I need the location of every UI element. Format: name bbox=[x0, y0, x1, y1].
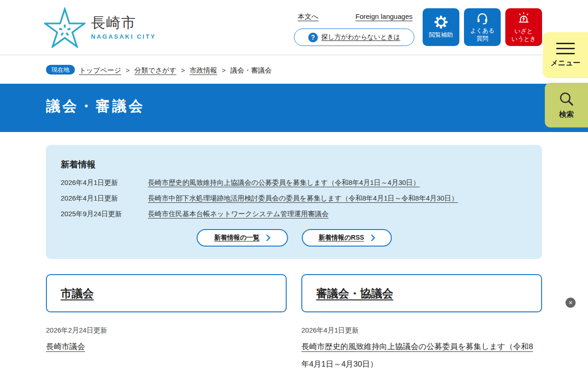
news-rss-button[interactable]: 新着情報のRSS bbox=[302, 229, 392, 247]
news-item-link[interactable]: 長崎市中部下水処理場跡地活用検討委員会の委員を募集します（令和8年4月1日～令和… bbox=[148, 194, 458, 203]
close-button[interactable]: ✕ bbox=[565, 298, 576, 308]
news-list-button-label: 新着情報の一覧 bbox=[214, 234, 259, 242]
help-button[interactable]: ? 探し方がわからないときは bbox=[294, 29, 414, 46]
breadcrumb: トップページ>分類でさがす>市政情報>議会・審議会 bbox=[79, 66, 271, 75]
news-item-link[interactable]: 長崎市住民基本台帳ネットワークシステム管理運用審議会 bbox=[148, 210, 328, 218]
category-latest-link[interactable]: 長崎市歴史的風致維持向上協議会の公募委員を募集します（令和8年4月1日～4月30… bbox=[301, 342, 533, 368]
gear-icon bbox=[434, 15, 448, 29]
site-header: 長崎市 NAGASAKI CITY 本文へ Foreign languages … bbox=[0, 0, 588, 55]
siren-icon bbox=[517, 12, 531, 25]
headset-icon bbox=[476, 12, 489, 25]
chevron-right-icon bbox=[371, 234, 375, 242]
menu-button-label: メニュー bbox=[550, 58, 580, 68]
category-card-councils[interactable]: 審議会・協議会 bbox=[301, 274, 542, 312]
header-divider bbox=[0, 55, 588, 55]
breadcrumb-separator: > bbox=[181, 66, 185, 74]
faq-button[interactable]: よくある 質問 bbox=[464, 8, 501, 46]
category-update-date: 2026年2月24日更新 bbox=[46, 326, 107, 335]
menu-button[interactable]: メニュー bbox=[543, 32, 588, 78]
skip-to-content-link[interactable]: 本文へ bbox=[298, 12, 318, 21]
search-button-label: 検索 bbox=[559, 110, 574, 120]
breadcrumb-separator: > bbox=[222, 66, 226, 74]
category-update-date: 2026年4月1日更新 bbox=[301, 326, 359, 335]
news-item: 2026年4月1日更新 長崎市中部下水処理場跡地活用検討委員会の委員を募集します… bbox=[61, 194, 529, 203]
site-logo[interactable]: 長崎市 NAGASAKI CITY bbox=[44, 7, 156, 48]
foreign-languages-link[interactable]: Foreign languages bbox=[356, 12, 413, 21]
logo-title: 長崎市 bbox=[91, 15, 156, 31]
help-button-label: 探し方がわからないときは bbox=[322, 33, 400, 41]
chevron-right-icon bbox=[266, 234, 271, 242]
news-title: 新着情報 bbox=[61, 159, 96, 171]
breadcrumb-link-city-info[interactable]: 市政情報 bbox=[190, 66, 217, 74]
accessibility-aid-label: 閲覧補助 bbox=[429, 31, 453, 39]
news-rss-button-label: 新着情報のRSS bbox=[318, 234, 364, 242]
search-icon bbox=[558, 91, 575, 107]
news-item: 2026年4月1日更新 長崎市歴史的風致維持向上協議会の公募委員を募集します（令… bbox=[61, 178, 529, 187]
news-panel: 新着情報 2026年4月1日更新 長崎市歴史的風致維持向上協議会の公募委員を募集… bbox=[46, 145, 542, 259]
star-logo-icon bbox=[44, 7, 85, 48]
news-item-date: 2026年4月1日更新 bbox=[61, 194, 148, 203]
hamburger-icon bbox=[556, 43, 575, 54]
page-title: 議会・審議会 bbox=[46, 97, 145, 116]
news-item-link[interactable]: 長崎市歴史的風致維持向上協議会の公募委員を募集します（令和8年4月1日～4月30… bbox=[148, 178, 420, 187]
emergency-button[interactable]: いざと いうとき bbox=[505, 8, 542, 46]
breadcrumb-separator: > bbox=[126, 66, 130, 74]
news-list-button[interactable]: 新着情報の一覧 bbox=[197, 229, 288, 247]
breadcrumb-link-category[interactable]: 分類でさがす bbox=[135, 66, 176, 74]
page: 長崎市 NAGASAKI CITY 本文へ Foreign languages … bbox=[0, 0, 588, 368]
news-item: 2025年9月24日更新 長崎市住民基本台帳ネットワークシステム管理運用審議会 bbox=[61, 210, 529, 218]
breadcrumb-link-home[interactable]: トップページ bbox=[79, 66, 121, 74]
page-title-banner: 議会・審議会 bbox=[0, 84, 588, 132]
news-item-date: 2025年9月24日更新 bbox=[61, 210, 148, 218]
category-card-title: 市議会 bbox=[61, 286, 94, 301]
utility-links: 本文へ Foreign languages bbox=[298, 12, 413, 21]
logo-subtitle: NAGASAKI CITY bbox=[91, 33, 156, 40]
news-item-date: 2026年4月1日更新 bbox=[61, 178, 148, 187]
faq-label: よくある 質問 bbox=[470, 27, 494, 43]
accessibility-aid-button[interactable]: 閲覧補助 bbox=[423, 8, 459, 46]
question-icon: ? bbox=[308, 33, 318, 42]
close-icon: ✕ bbox=[568, 300, 572, 305]
search-button[interactable]: 検索 bbox=[545, 83, 588, 127]
breadcrumb-current: 議会・審議会 bbox=[230, 66, 271, 74]
category-latest-link[interactable]: 長崎市議会 bbox=[46, 342, 85, 351]
emergency-label: いざと いうとき bbox=[511, 28, 536, 43]
category-card-title: 審議会・協議会 bbox=[316, 286, 393, 301]
breadcrumb-badge: 現在地 bbox=[46, 65, 75, 75]
category-card-city-council[interactable]: 市議会 bbox=[46, 274, 287, 312]
